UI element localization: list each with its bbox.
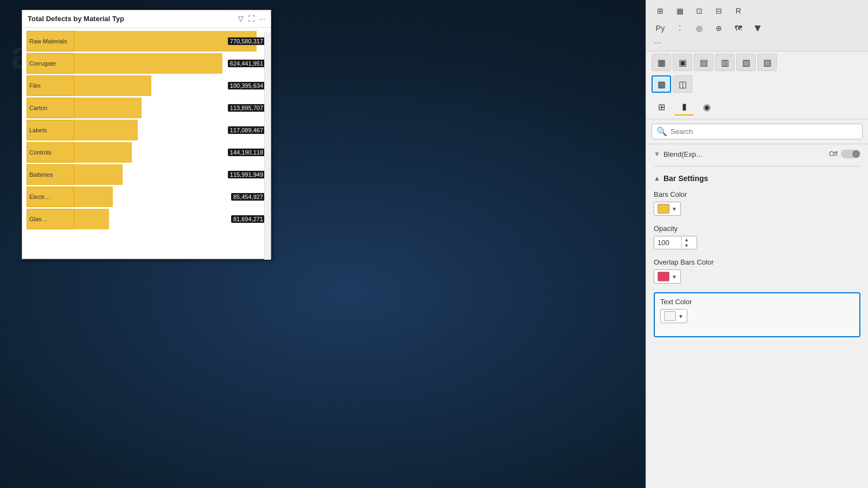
text-color-button[interactable]: ▼ <box>660 309 687 323</box>
opacity-decrement-button[interactable]: ▼ <box>682 243 691 249</box>
blend-toggle-group: Off <box>829 150 860 158</box>
blend-label: Blend(Exp… <box>663 150 703 158</box>
python-icon[interactable]: Py <box>652 21 669 36</box>
tab-globe-icon[interactable]: ◉ <box>697 98 717 115</box>
bar-row: Glas…81,694,271 <box>27 209 266 229</box>
opacity-group: Opacity ▲ ▼ <box>654 224 860 249</box>
r-icon[interactable]: R <box>730 3 747 18</box>
funnel-icon[interactable]: ⯆ <box>749 21 767 36</box>
bar-row: Controls144,190,118 <box>27 142 266 163</box>
bar-settings-label: Bar Settings <box>663 174 708 183</box>
chart-bar-icon[interactable]: ▦ <box>671 3 688 18</box>
vis-icon-1[interactable]: ▦ <box>652 54 671 71</box>
bar-label: Controls <box>27 142 74 163</box>
search-input-wrapper: 🔍 <box>652 124 863 139</box>
icon-grid-row-2: ▩◫ <box>646 73 868 95</box>
opacity-spinners: ▲ ▼ <box>681 237 691 249</box>
bar-settings-header[interactable]: ▲ Bar Settings <box>654 174 860 183</box>
bar-settings-chevron-icon: ▲ <box>654 175 660 182</box>
bar-label: Carton <box>27 98 74 118</box>
vis-icon-6[interactable]: ▨ <box>757 54 777 71</box>
bar-row: Raw Materials770,580,317 <box>27 31 266 52</box>
bar-label: Corrugate <box>27 53 74 74</box>
grid-icon[interactable]: ⊡ <box>691 3 708 18</box>
vis-icon-8[interactable]: ◫ <box>673 75 692 93</box>
text-color-section: Text Color ▼ <box>654 292 860 337</box>
bars-color-group: Bars Color ▼ <box>654 190 860 216</box>
vis-icon-7[interactable]: ▩ <box>652 75 671 93</box>
bar-container: 115,991,949 <box>74 164 266 185</box>
scatter-icon[interactable]: ⁚ <box>671 21 688 36</box>
bar-value: 81,694,271 <box>231 215 265 223</box>
settings-panel: ▼ Blend(Exp… Off ▲ Bar Settings Bars Col… <box>646 144 868 488</box>
bar-container: 624,441,951 <box>74 53 266 74</box>
bar-value: 85,454,927 <box>231 193 265 201</box>
icon-grid-row-1: ▦▣▤▥▧▨ <box>646 52 868 73</box>
bar-label: Batteries <box>27 164 74 185</box>
opacity-label: Opacity <box>654 224 860 233</box>
text-color-picker-row: ▼ <box>660 309 854 323</box>
bar-row: Batteries115,991,949 <box>27 164 266 185</box>
search-container: 🔍 <box>646 119 868 144</box>
bar-label: Raw Materials <box>27 31 74 52</box>
tab-grid-icon[interactable]: ⊞ <box>652 98 671 115</box>
overlap-bars-dropdown-icon: ▼ <box>672 274 677 280</box>
tab-icons-row: ⊞▮◉ <box>646 95 868 119</box>
bar-container: 100,395,634 <box>74 75 266 96</box>
bar-container: 117,089,467 <box>74 120 266 140</box>
text-color-swatch <box>664 311 676 321</box>
tab-bar-icon[interactable]: ▮ <box>674 98 694 115</box>
bar-label: Labels <box>27 120 74 140</box>
chart-titlebar: Total Defects by Material Typ ▽ ⛶ ··· <box>22 10 271 28</box>
vis-icon-4[interactable]: ▥ <box>715 54 735 71</box>
overlap-bars-color-button[interactable]: ▼ <box>654 269 681 284</box>
bars-color-picker-row: ▼ <box>654 202 860 216</box>
map-icon[interactable]: 🗺 <box>730 21 747 36</box>
expand-icon[interactable]: ⛶ <box>248 15 255 23</box>
bar-label: Glas… <box>27 209 74 229</box>
bar-label: Film <box>27 75 74 96</box>
text-color-label: Text Color <box>660 298 854 306</box>
bar-container: 85,454,927 <box>74 187 266 207</box>
bar-fill <box>74 120 138 140</box>
bar-container: 81,694,271 <box>74 209 266 229</box>
bar-fill <box>74 209 109 229</box>
chart-scrollbar[interactable] <box>264 32 271 260</box>
chart-title: Total Defects by Material Typ <box>28 15 235 23</box>
bar-row: Carton113,895,707 <box>27 98 266 118</box>
bars-color-label: Bars Color <box>654 190 860 198</box>
right-panel: ⊞▦⊡⊟R Py⁚◎⊕🗺⯆ ··· ▦▣▤▥▧▨ ▩◫ ⊞▮◉ 🔍 ▼ Blen… <box>646 0 868 488</box>
vis-icon-3[interactable]: ▤ <box>694 54 713 71</box>
more-toolbar-icon[interactable]: ··· <box>652 38 863 48</box>
divider-1 <box>654 166 860 166</box>
text-color-dropdown-icon: ▼ <box>678 313 684 319</box>
bar-row: Film100,395,634 <box>27 75 266 96</box>
blend-off-label: Off <box>829 150 838 158</box>
bar-row: Corrugate624,441,951 <box>27 53 266 74</box>
opacity-input[interactable] <box>654 236 681 249</box>
vis-icon-2[interactable]: ▣ <box>673 54 692 71</box>
toolbar-row-1: ⊞▦⊡⊟R <box>652 3 863 18</box>
table-icon[interactable]: ⊞ <box>652 3 669 18</box>
bar-value: 624,441,951 <box>228 60 265 67</box>
more-icon[interactable]: ··· <box>259 15 265 23</box>
bubble-icon[interactable]: ⊕ <box>710 21 727 36</box>
chart-window: Total Defects by Material Typ ▽ ⛶ ··· Ra… <box>22 10 271 259</box>
overlap-bars-color-label: Overlap Bars Color <box>654 258 860 266</box>
search-input[interactable] <box>671 127 858 136</box>
filter-icon[interactable]: ▽ <box>238 15 244 23</box>
bar-container: 113,895,707 <box>74 98 266 118</box>
toolbar-row-2: Py⁚◎⊕🗺⯆ <box>652 21 863 36</box>
opacity-input-wrapper: ▲ ▼ <box>654 236 697 249</box>
bar-row: Labels117,089,467 <box>27 120 266 140</box>
opacity-increment-button[interactable]: ▲ <box>682 237 691 243</box>
matrix-icon[interactable]: ⊟ <box>710 3 727 18</box>
bar-fill <box>74 75 151 96</box>
bar-row: Electr…85,454,927 <box>27 187 266 207</box>
gauge-icon[interactable]: ◎ <box>691 21 708 36</box>
bar-value: 144,190,118 <box>228 149 265 156</box>
bar-fill <box>74 98 142 118</box>
bars-color-button[interactable]: ▼ <box>654 202 681 216</box>
blend-toggle[interactable] <box>841 150 860 158</box>
vis-icon-5[interactable]: ▧ <box>736 54 756 71</box>
